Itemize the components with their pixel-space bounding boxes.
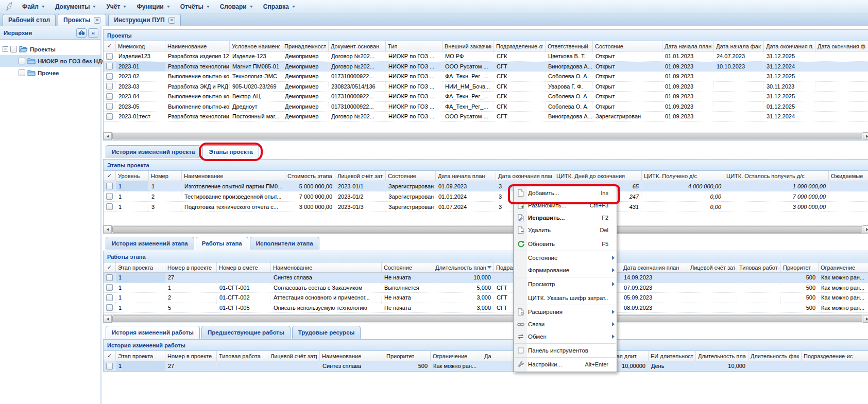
section-tab[interactable]: История изменений этапа [106, 237, 194, 250]
context-menu-item[interactable]: УдалитьDel [514, 224, 617, 236]
row-checkbox[interactable] [106, 294, 113, 301]
column-header[interactable]: Приоритет [384, 351, 431, 361]
context-menu-item[interactable]: Просмотр [514, 278, 617, 290]
column-header[interactable]: Лицевой счёт затр [268, 351, 320, 361]
table-row[interactable]: 2023-04Выполнение опытно-конс...Вектор-А… [104, 92, 868, 102]
menubar-item[interactable]: Файл [17, 2, 50, 12]
column-header[interactable]: Условное наименова [230, 41, 282, 51]
tree-checkbox[interactable] [19, 69, 25, 76]
column-header[interactable]: Этап проекта [116, 351, 165, 361]
column-header[interactable]: Ожидаемые [829, 171, 868, 181]
tree-item[interactable]: Прочее [0, 67, 100, 79]
column-header[interactable]: Номер [149, 171, 182, 181]
column-header[interactable]: Состояние [593, 41, 662, 51]
column-header[interactable]: Состояние [386, 171, 436, 181]
menubar-item[interactable]: Справка [258, 2, 300, 12]
column-header[interactable]: Дата начала план [436, 171, 496, 181]
column-header[interactable]: ЦИТК. Получено д/с [642, 171, 724, 181]
column-header[interactable]: Номер в проекте [165, 262, 217, 272]
column-header[interactable]: Ограничение [819, 262, 868, 272]
column-header[interactable]: Длительность фак [748, 351, 802, 361]
column-header[interactable]: ЕИ длительности [649, 351, 696, 361]
row-checkbox[interactable] [106, 103, 113, 110]
column-header[interactable]: Типовая работа [737, 262, 781, 272]
table-row[interactable]: 1501-СГТ-005Описать используемую техноло… [104, 303, 868, 313]
table-row[interactable]: 2023-03Разработка ЭКД и РКД н...905-U020… [104, 82, 868, 92]
column-header[interactable]: Документ-основан [329, 41, 386, 51]
table-row[interactable]: 127Синтез сплаваНе начата10,00014.09.202… [104, 273, 868, 283]
column-header[interactable]: Номер в проекте [165, 351, 217, 361]
table-row[interactable]: 2023-01тестРазработка технологии и...Пос… [104, 112, 868, 122]
row-checkbox[interactable] [106, 53, 113, 60]
table-row[interactable]: 1201-СГТ-002Аттестация основного и приме… [104, 293, 868, 303]
collapse-sidebar-button[interactable]: « [88, 28, 98, 38]
column-header[interactable]: Дата начала факт. [714, 41, 764, 51]
window-tab[interactable]: Рабочий стол [3, 14, 56, 26]
column-header[interactable]: Принадлежность [282, 41, 329, 51]
check-column-header[interactable]: ✓ [104, 262, 116, 272]
menubar-item[interactable]: Документы [50, 2, 101, 12]
scroll-right-button[interactable] [863, 315, 868, 323]
context-menu-item[interactable]: Связи [514, 318, 617, 330]
tree-item[interactable]: НИОКР по ГОЗ без НДС [0, 55, 100, 67]
column-header[interactable]: Уровень [116, 171, 149, 181]
scrollbar-thumb[interactable] [112, 315, 862, 322]
section-tab[interactable]: Работы этапа [196, 237, 248, 250]
row-checkbox[interactable] [106, 183, 113, 189]
column-header[interactable]: Состояние [382, 262, 433, 272]
table-row[interactable]: Изделие123Разработка изделия 123Изделие-… [104, 51, 868, 62]
table-row[interactable]: 127Синтез сплава500Как можно ран...10,00… [104, 361, 868, 371]
check-column-header[interactable]: ✓ [104, 41, 116, 51]
section-tab[interactable]: Трудовые ресурсы [292, 326, 361, 339]
section-tab[interactable]: Исполнители этапа [250, 237, 319, 250]
menubar-item[interactable]: Отчёты [175, 2, 215, 12]
column-header[interactable]: Длительность план [433, 262, 494, 272]
table-row[interactable]: 1101-СГТ-001Согласовать состав с Заказчи… [104, 283, 868, 293]
scroll-right-button[interactable] [863, 225, 868, 233]
window-tab[interactable]: Проекты× [58, 14, 106, 26]
context-menu-item[interactable]: ОбновитьF5 [514, 238, 617, 250]
row-checkbox[interactable] [106, 193, 113, 200]
column-header[interactable]: Типовая работа [217, 351, 268, 361]
table-row[interactable]: 13Подготовка технического отчета с...3 0… [104, 202, 868, 212]
context-menu-item[interactable]: Панель инструментов [514, 344, 617, 357]
row-checkbox[interactable] [106, 63, 113, 69]
table-row[interactable]: 12Тестирование произведенной опыт...7 00… [104, 191, 868, 202]
context-menu-item[interactable]: Настройки...Alt+Enter [514, 358, 617, 371]
row-checkbox[interactable] [106, 203, 113, 210]
context-menu-item[interactable]: ЦИТК. Указать шифр затрат... [514, 292, 617, 304]
column-header[interactable]: Мнемокод [116, 41, 165, 51]
column-header[interactable]: Наименование [165, 41, 230, 51]
row-checkbox[interactable] [106, 304, 113, 311]
column-header[interactable]: Этап проекта [116, 262, 165, 272]
close-icon[interactable]: × [94, 17, 100, 24]
tree-item[interactable]: −Проекты [0, 43, 100, 55]
column-header[interactable]: ЦИТК. Дней до окончания [554, 171, 642, 181]
context-menu-item[interactable]: Расширения [514, 306, 617, 318]
row-checkbox[interactable] [106, 113, 113, 120]
context-menu-item[interactable]: Размножить...Ctrl+F3 [514, 199, 617, 212]
menubar-item[interactable]: Функции [131, 2, 175, 12]
column-header[interactable]: Лицевой счёт затр [688, 262, 737, 272]
search-binoculars-button[interactable] [76, 28, 87, 38]
column-header[interactable]: Приоритет [781, 262, 819, 272]
scrollbar-thumb[interactable] [112, 133, 862, 139]
column-header[interactable]: Наименование [320, 351, 384, 361]
column-header[interactable]: Наименование [271, 262, 382, 272]
section-tab[interactable]: История изменений работы [106, 326, 200, 339]
column-header[interactable]: Подразделение-ис [802, 351, 868, 361]
works-horizontal-scrollbar[interactable] [104, 314, 868, 323]
row-checkbox[interactable] [106, 73, 113, 80]
column-header[interactable]: Ответственный [546, 41, 593, 51]
scrollbar-thumb[interactable] [112, 226, 862, 233]
check-column-header[interactable]: ✓ [104, 351, 116, 361]
column-header[interactable]: ЦИТК. Осталось получить д/с [724, 171, 829, 181]
table-row[interactable]: 2023-02Выполнение опытно-конс...Технолог… [104, 72, 868, 82]
menubar-item[interactable]: Учёт [101, 2, 131, 12]
window-tab[interactable]: Инструкции ПУП× [108, 14, 180, 26]
column-header[interactable]: Номер в смете [217, 262, 271, 272]
tree-checkbox[interactable] [10, 46, 17, 52]
column-header[interactable]: Дата начала план. [662, 41, 714, 51]
close-icon[interactable]: × [168, 17, 175, 24]
column-header[interactable]: Дата окончания ф [815, 41, 868, 51]
